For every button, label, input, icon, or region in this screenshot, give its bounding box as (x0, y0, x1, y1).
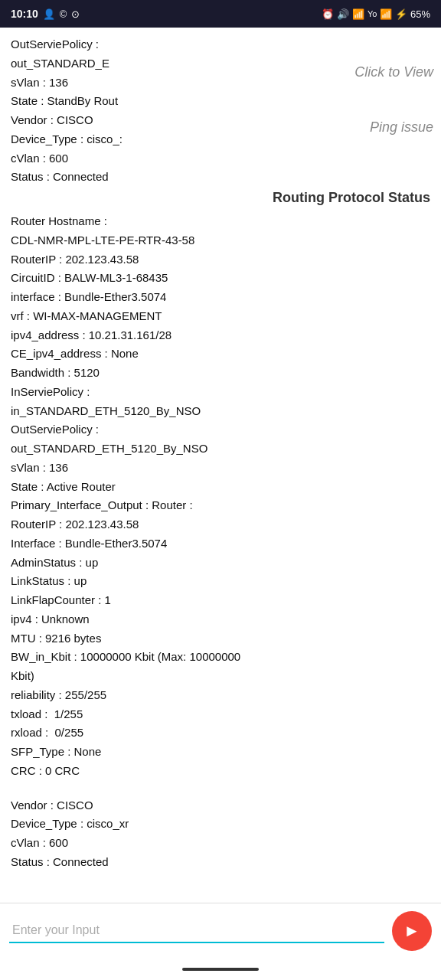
click-to-view-overlay[interactable]: Click to View (354, 64, 433, 80)
status-bar-left: 10:10 👤 © ⊙ (11, 8, 80, 20)
copyright-icon: © (60, 8, 67, 20)
main-content: Click to View OutServiePolicy : out_STAN… (0, 28, 441, 903)
volume-icon: 🔊 (337, 8, 349, 20)
routing-protocol-header: Routing Protocol Status (11, 190, 430, 206)
status-bar: 10:10 👤 © ⊙ ⏰ 🔊 📶 Yo 📶 ⚡ 65% (0, 0, 441, 28)
alarm-icon: ⏰ (322, 8, 334, 20)
router-details-block: Router Hostname : CDL-NMR-MPL-LTE-PE-RTR… (11, 212, 430, 781)
signal-icon: 📶 (380, 8, 392, 20)
snapchat-icon: 👤 (43, 8, 55, 20)
status-bar-right: ⏰ 🔊 📶 Yo 📶 ⚡ 65% (322, 8, 430, 20)
input-bar: ► (0, 903, 441, 959)
top-text-block: OutServiePolicy : out_STANDARD_E sVlan :… (11, 35, 430, 187)
bottom-text-block: Vendor : CISCO Device_Type : cisco_xr cV… (11, 796, 430, 872)
wifi-icon: 📶 (352, 8, 364, 20)
send-icon: ► (403, 921, 420, 941)
send-button[interactable]: ► (392, 911, 432, 951)
lte-icon: Yo (368, 9, 377, 18)
circle-icon: ⊙ (71, 8, 80, 20)
nav-bar (0, 959, 441, 980)
nav-indicator (182, 968, 259, 971)
bottom-spacer (11, 872, 430, 884)
status-time: 10:10 (11, 8, 38, 20)
battery-icon: ⚡ 65% (395, 8, 430, 20)
ping-issue-overlay[interactable]: Ping issue (370, 119, 433, 136)
message-input[interactable] (9, 919, 384, 943)
spacer (11, 781, 430, 796)
